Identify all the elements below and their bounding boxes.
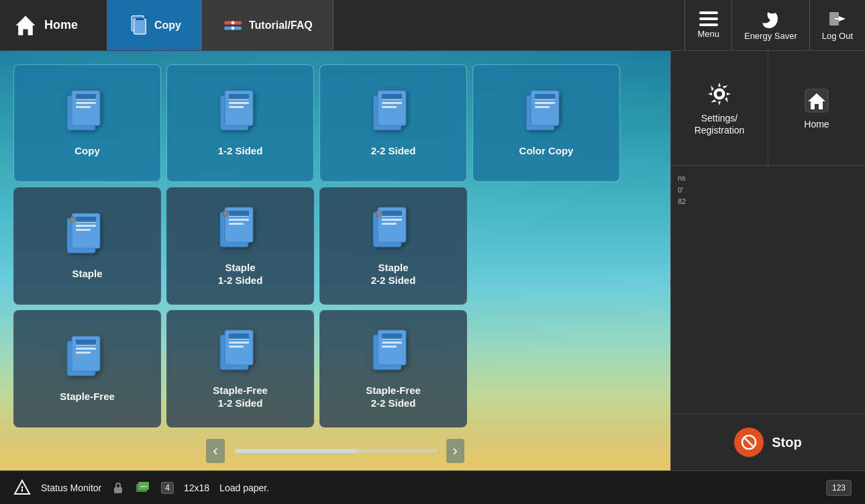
right-sidebar: Settings/ Registration Home ns 0' 82: [670, 51, 865, 470]
page-indicator-fill: [235, 449, 356, 453]
sidebar-top-section: Settings/ Registration Home: [671, 51, 865, 165]
logout-label: Log Out: [822, 31, 853, 41]
svg-rect-69: [229, 334, 249, 339]
svg-rect-9: [699, 17, 718, 20]
svg-rect-75: [382, 334, 402, 339]
svg-point-7: [232, 26, 235, 30]
menu-label: Menu: [697, 29, 719, 39]
stop-button[interactable]: Stop: [671, 413, 865, 470]
tutorial-tab[interactable]: Tutorial/FAQ: [202, 0, 334, 50]
svg-rect-48: [229, 223, 244, 225]
svg-rect-55: [382, 223, 397, 225]
staple-1-2-sided-tile-label: Staple 1-2 Sided: [218, 261, 263, 287]
svg-rect-61: [76, 348, 96, 350]
staple-free-2-2-sided-tile[interactable]: Staple-Free 2-2 Sided: [319, 310, 467, 427]
svg-rect-84: [21, 489, 23, 492]
svg-rect-24: [229, 94, 249, 99]
prev-page-button[interactable]: ‹: [206, 439, 224, 463]
svg-rect-63: [76, 340, 96, 345]
staple-1-2-sided-tile[interactable]: Staple 1-2 Sided: [166, 187, 314, 305]
sidebar-house-icon: [803, 87, 831, 115]
sidebar-info-section: ns 0' 82: [671, 165, 865, 413]
energy-saver-button[interactable]: Energy Saver: [731, 0, 809, 50]
svg-rect-88: [140, 486, 147, 487]
logout-icon: [828, 9, 847, 28]
sidebar-info-line2: 0': [678, 185, 858, 197]
sidebar-home-label: Home: [804, 119, 829, 130]
menu-icon: [699, 11, 718, 26]
svg-marker-0: [16, 15, 36, 35]
svg-rect-41: [76, 229, 91, 231]
staple-2-2-sided-tile[interactable]: Staple 2-2 Sided: [319, 187, 467, 305]
tutorial-tab-label: Tutorial/FAQ: [249, 19, 313, 32]
status-bar-right: 123: [826, 480, 852, 496]
menu-button[interactable]: Menu: [684, 0, 731, 50]
svg-point-77: [716, 91, 723, 97]
top-navigation-bar: Home Copy Tutorial/FAQ Menu: [0, 0, 865, 51]
svg-rect-16: [76, 102, 96, 104]
svg-point-6: [232, 21, 235, 24]
copy-tile-label: Copy: [74, 144, 100, 158]
staple-tile[interactable]: Staple: [13, 187, 161, 305]
copy-tab-icon: [128, 15, 149, 36]
svg-rect-56: [382, 211, 402, 216]
home-nav-button[interactable]: Home: [0, 0, 107, 50]
staple-2-2-sided-tile-label: Staple 2-2 Sided: [371, 261, 416, 287]
staple-tile-icon: [64, 211, 111, 262]
main-layout: Copy 1-2 Sided: [0, 51, 865, 470]
color-copy-tile[interactable]: Color Copy: [472, 64, 620, 182]
svg-rect-34: [535, 102, 555, 104]
svg-rect-30: [382, 94, 402, 99]
svg-point-83: [21, 486, 23, 488]
paper-icon: [135, 481, 151, 495]
svg-rect-29: [382, 106, 397, 108]
2-2-sided-tile[interactable]: 2-2 Sided: [319, 64, 467, 182]
svg-rect-47: [229, 219, 249, 221]
paper-count-badge: 4: [161, 482, 174, 494]
copy-tile-icon: [64, 89, 111, 139]
svg-rect-22: [229, 102, 249, 104]
tutorial-icon: [222, 15, 244, 36]
svg-rect-49: [229, 211, 249, 216]
svg-line-81: [745, 438, 753, 446]
content-area: Copy 1-2 Sided: [0, 51, 670, 470]
next-page-button[interactable]: ›: [446, 439, 464, 463]
color-copy-tile-label: Color Copy: [519, 144, 574, 158]
house-icon: [13, 13, 38, 38]
svg-rect-3: [136, 17, 144, 19]
copy-tile[interactable]: Copy: [13, 64, 161, 182]
svg-rect-2: [134, 19, 146, 34]
settings-registration-button[interactable]: Settings/ Registration: [671, 51, 768, 165]
settings-registration-label: Settings/ Registration: [695, 112, 745, 136]
svg-rect-18: [76, 94, 96, 99]
svg-rect-85: [114, 487, 122, 493]
svg-rect-10: [699, 23, 718, 26]
svg-rect-74: [382, 346, 397, 348]
1-2-sided-tile-label: 1-2 Sided: [218, 144, 263, 158]
keyboard-mode-button[interactable]: 123: [826, 480, 852, 496]
staple-free-1-2-sided-tile[interactable]: Staple-Free 1-2 Sided: [166, 310, 314, 427]
logout-button[interactable]: Log Out: [809, 0, 865, 50]
status-message: Load paper.: [219, 483, 269, 493]
svg-rect-50: [223, 211, 227, 216]
svg-rect-73: [382, 342, 402, 344]
copy-tab[interactable]: Copy: [107, 0, 202, 50]
staple-free-1-2-sided-tile-label: Staple-Free 1-2 Sided: [213, 384, 268, 410]
1-2-sided-tile-icon: [217, 89, 264, 139]
copy-tab-label: Copy: [154, 19, 181, 32]
svg-rect-57: [376, 211, 380, 216]
staple-tile-label: Staple: [72, 267, 102, 281]
sidebar-home-button[interactable]: Home: [768, 51, 865, 165]
staple-free-tile[interactable]: Staple-Free: [13, 310, 161, 427]
stop-circle-icon: [734, 427, 764, 457]
stop-icon: [740, 434, 758, 451]
staple-free-2-2-sided-tile-label: Staple-Free 2-2 Sided: [366, 384, 421, 410]
staple-free-tile-icon: [64, 334, 111, 385]
svg-rect-42: [76, 217, 96, 222]
2-2-sided-tile-icon: [370, 89, 417, 139]
stop-label: Stop: [772, 435, 801, 450]
pagination-bar: ‹ ›: [10, 431, 660, 470]
svg-rect-43: [70, 217, 74, 222]
svg-rect-54: [382, 219, 402, 221]
1-2-sided-tile[interactable]: 1-2 Sided: [166, 64, 314, 182]
